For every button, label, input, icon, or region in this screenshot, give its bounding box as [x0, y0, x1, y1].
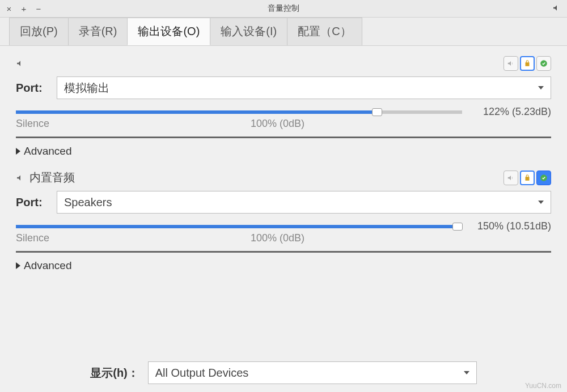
scale-silence-label: Silence: [16, 118, 49, 130]
output-device: 内置音频 Port: Speakers: [16, 170, 551, 273]
show-select[interactable]: All Output Devices: [148, 361, 477, 384]
volume-slider[interactable]: [16, 225, 462, 228]
show-label: 显示(h)：: [90, 365, 139, 381]
speaker-icon: [16, 59, 25, 68]
volume-value-label: 150% (10.51dB): [469, 220, 551, 232]
tab-recording[interactable]: 录音(R): [68, 18, 128, 45]
tab-configuration[interactable]: 配置（C）: [287, 18, 362, 45]
volume-icon: [507, 174, 515, 182]
device-title: [16, 59, 29, 68]
watermark: YuuCN.com: [525, 382, 561, 390]
lock-icon: [523, 174, 531, 182]
show-value: All Output Devices: [155, 367, 249, 380]
slider-thumb[interactable]: [372, 108, 382, 116]
volume-icon: [507, 59, 515, 67]
chevron-down-icon: [464, 371, 469, 374]
advanced-label: Advanced: [24, 145, 72, 157]
lock-channels-button[interactable]: [520, 171, 535, 185]
divider: [16, 137, 551, 138]
divider: [16, 251, 551, 253]
check-circle-icon: [540, 174, 548, 182]
mute-button[interactable]: [503, 171, 518, 185]
check-circle-icon: [540, 59, 548, 67]
tray-icon: [552, 3, 561, 15]
device-title: 内置音频: [16, 170, 75, 185]
window-title: 音量控制: [268, 3, 299, 14]
port-select[interactable]: Speakers: [57, 191, 551, 214]
tab-output-devices[interactable]: 输出设备(O): [127, 18, 210, 45]
speaker-icon: [16, 173, 25, 182]
output-device: Port: 模拟输出 122% (5.23dB) Silence 100% (0…: [16, 56, 551, 159]
lock-channels-button[interactable]: [520, 56, 535, 71]
tab-input-devices[interactable]: 输入设备(I): [210, 18, 287, 45]
port-select[interactable]: 模拟输出: [57, 76, 551, 99]
advanced-toggle[interactable]: Advanced: [16, 258, 551, 273]
expand-icon: [16, 262, 20, 269]
window-maximize-button[interactable]: +: [19, 4, 28, 13]
chevron-down-icon: [538, 201, 544, 204]
volume-slider[interactable]: [16, 110, 462, 114]
slider-thumb[interactable]: [452, 223, 463, 231]
window-close-button[interactable]: ×: [5, 4, 14, 13]
mute-button[interactable]: [503, 56, 518, 71]
port-value: Speakers: [64, 196, 112, 209]
advanced-toggle[interactable]: Advanced: [16, 144, 551, 159]
chevron-down-icon: [538, 86, 544, 90]
volume-value-label: 122% (5.23dB): [469, 106, 551, 118]
window-minimize-button[interactable]: −: [34, 4, 43, 13]
port-label: Port:: [16, 196, 50, 209]
device-name-label: 内置音频: [29, 170, 75, 185]
scale-silence-label: Silence: [16, 232, 49, 244]
port-value: 模拟输出: [64, 80, 109, 96]
tab-playback[interactable]: 回放(P): [9, 18, 69, 45]
footer-bar: 显示(h)： All Output Devices: [0, 361, 567, 384]
expand-icon: [16, 148, 20, 155]
set-default-button[interactable]: [536, 56, 551, 71]
advanced-label: Advanced: [24, 259, 72, 272]
device-list: Port: 模拟输出 122% (5.23dB) Silence 100% (0…: [0, 46, 567, 290]
port-label: Port:: [16, 82, 50, 95]
window-titlebar: × + − 音量控制: [0, 0, 567, 17]
tab-bar: 回放(P) 录音(R) 输出设备(O) 输入设备(I) 配置（C）: [0, 17, 567, 46]
set-default-button[interactable]: [536, 171, 551, 185]
scale-100-label: 100% (0dB): [251, 118, 304, 130]
scale-100-label: 100% (0dB): [251, 232, 304, 244]
lock-icon: [523, 59, 531, 67]
